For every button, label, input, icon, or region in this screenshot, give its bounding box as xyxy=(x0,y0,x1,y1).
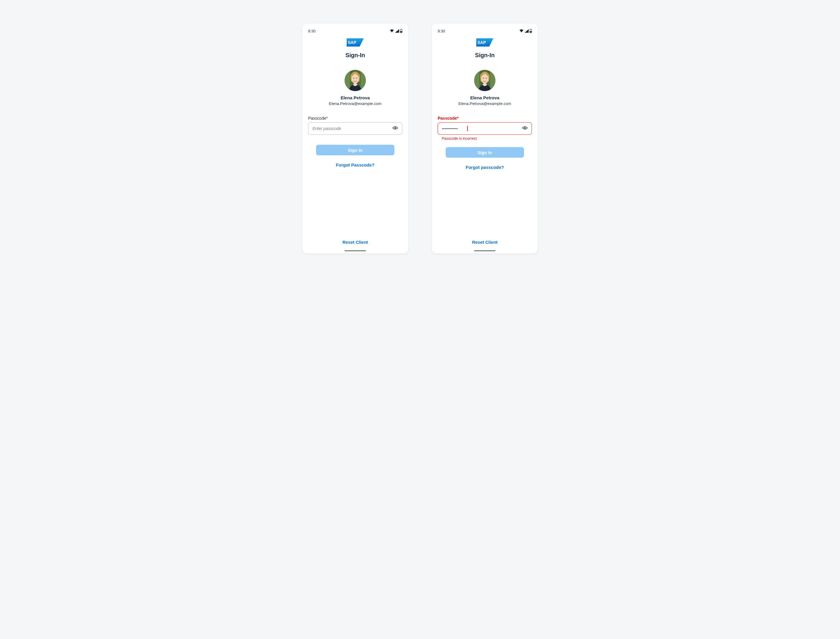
avatar xyxy=(345,70,366,91)
reset-client-link[interactable]: Reset Client xyxy=(302,240,408,245)
page-title: Sign-In xyxy=(437,52,532,59)
wifi-icon xyxy=(519,29,524,33)
svg-point-8 xyxy=(353,83,357,86)
page-title: Sign-In xyxy=(308,52,403,59)
forgot-passcode-link[interactable]: Forgot passcode? xyxy=(437,165,532,170)
svg-point-7 xyxy=(351,74,359,83)
status-bar: 9:30 xyxy=(437,24,532,35)
text-cursor xyxy=(467,126,468,131)
svg-point-20 xyxy=(483,83,487,86)
svg-rect-6 xyxy=(360,70,366,91)
svg-rect-18 xyxy=(490,70,495,91)
signal-icon xyxy=(395,29,399,33)
signin-screen-error: 9:30 SAP Sign-In xyxy=(432,24,538,253)
battery-icon xyxy=(529,29,532,33)
sap-logo: SAP xyxy=(347,38,364,46)
status-icons xyxy=(390,29,403,33)
svg-point-9 xyxy=(353,78,354,79)
svg-rect-2 xyxy=(401,31,402,33)
signin-button[interactable]: Sign In xyxy=(445,147,524,158)
avatar xyxy=(474,70,495,91)
eye-icon[interactable] xyxy=(392,126,398,131)
user-name: Elena Petrova xyxy=(470,95,499,100)
reset-client-link[interactable]: Reset Client xyxy=(432,240,538,245)
svg-text:SAP: SAP xyxy=(477,40,486,45)
forgot-passcode-link[interactable]: Forgot Passcode? xyxy=(308,162,403,167)
svg-rect-14 xyxy=(530,31,532,33)
status-time: 9:30 xyxy=(437,29,445,33)
eye-icon[interactable] xyxy=(522,126,528,131)
svg-point-10 xyxy=(357,78,357,79)
sap-logo: SAP xyxy=(476,38,493,46)
status-time: 9:30 xyxy=(308,29,315,33)
svg-point-21 xyxy=(483,78,484,79)
passcode-input[interactable] xyxy=(308,122,403,135)
user-name: Elena Petrova xyxy=(341,95,369,100)
status-icons xyxy=(519,29,532,33)
user-email: Elena.Petrova@example.com xyxy=(459,102,511,106)
user-email: Elena.Petrova@example.com xyxy=(329,102,382,106)
passcode-label: Passcode* xyxy=(437,116,532,121)
signin-screen-default: 9:30 SAP Sign-In xyxy=(302,24,408,253)
signal-icon xyxy=(525,29,529,33)
home-indicator xyxy=(474,251,495,251)
wifi-icon xyxy=(390,29,394,33)
svg-rect-17 xyxy=(474,70,480,91)
svg-text:SAP: SAP xyxy=(348,40,357,45)
home-indicator xyxy=(345,251,366,251)
svg-point-11 xyxy=(395,127,396,129)
signin-button[interactable]: Sign In xyxy=(316,145,395,155)
svg-point-22 xyxy=(486,78,487,79)
svg-rect-5 xyxy=(345,70,350,91)
passcode-input[interactable] xyxy=(437,122,532,135)
battery-icon xyxy=(400,29,403,33)
passcode-label: Passcode* xyxy=(308,116,403,121)
passcode-error-message: Passcode is incorrect xyxy=(437,137,532,141)
status-bar: 9:30 xyxy=(308,24,403,35)
svg-point-23 xyxy=(524,127,526,129)
svg-point-19 xyxy=(481,74,489,83)
